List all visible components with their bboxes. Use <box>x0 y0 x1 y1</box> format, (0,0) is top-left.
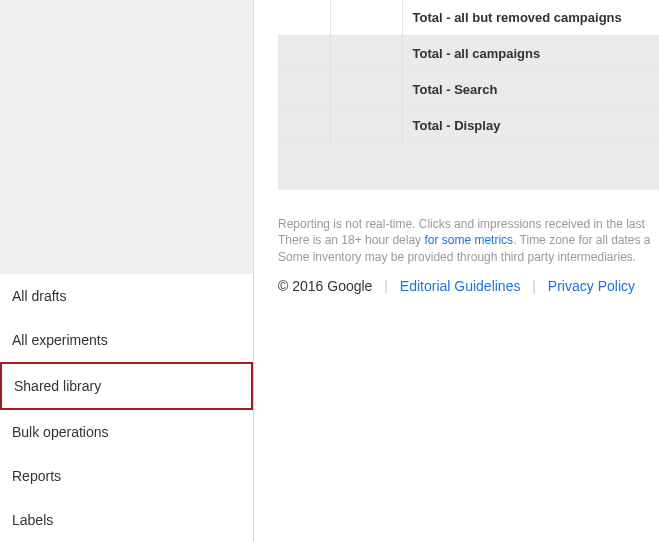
table-cell-empty <box>330 0 402 36</box>
disclaimer-link[interactable]: for some metrics <box>424 233 513 247</box>
footer: © 2016 Google | Editorial Guidelines | P… <box>278 278 659 294</box>
sidebar-item-all-drafts[interactable]: All drafts <box>0 274 253 318</box>
sidebar-item-shared-library[interactable]: Shared library <box>0 362 253 410</box>
sidebar-item-labels[interactable]: Labels <box>0 498 253 542</box>
table-row-empty <box>278 144 659 190</box>
table-row: Total - all campaigns <box>278 36 659 72</box>
table-cell-empty <box>330 72 402 108</box>
footer-link-editorial[interactable]: Editorial Guidelines <box>400 278 521 294</box>
sidebar: All drafts All experiments Shared librar… <box>0 0 254 542</box>
disclaimer-part: Some inventory may be provided through t… <box>278 250 636 264</box>
table-cell-label: Total - Search <box>402 72 659 108</box>
table-row: Total - all but removed campaigns <box>278 0 659 36</box>
sidebar-item-bulk-operations[interactable]: Bulk operations <box>0 410 253 454</box>
sidebar-nav: All drafts All experiments Shared librar… <box>0 274 253 542</box>
footer-separator: | <box>532 278 536 294</box>
table-cell-label: Total - Display <box>402 108 659 144</box>
table-cell-empty <box>330 36 402 72</box>
footer-copyright: © 2016 Google <box>278 278 372 294</box>
sidebar-item-all-experiments[interactable]: All experiments <box>0 318 253 362</box>
table-cell-empty <box>278 72 330 108</box>
app-container: All drafts All experiments Shared librar… <box>0 0 659 542</box>
table-cell-empty <box>278 36 330 72</box>
table-cell-empty <box>278 144 659 190</box>
sidebar-item-reports[interactable]: Reports <box>0 454 253 498</box>
table-cell-label: Total - all but removed campaigns <box>402 0 659 36</box>
table-cell-empty <box>278 0 330 36</box>
footer-separator: | <box>384 278 388 294</box>
table-row: Total - Display <box>278 108 659 144</box>
totals-table-wrap: Total - all but removed campaigns Total … <box>278 0 659 190</box>
disclaimer-part: . Time zone for all dates a <box>513 233 650 247</box>
table-row: Total - Search <box>278 72 659 108</box>
disclaimer-part: Reporting is not real-time. Clicks and i… <box>278 217 645 231</box>
footer-link-privacy[interactable]: Privacy Policy <box>548 278 635 294</box>
table-cell-label: Total - all campaigns <box>402 36 659 72</box>
totals-table: Total - all but removed campaigns Total … <box>278 0 659 190</box>
table-cell-empty <box>330 108 402 144</box>
table-cell-empty <box>278 108 330 144</box>
main-content: Total - all but removed campaigns Total … <box>254 0 659 542</box>
disclaimer-part: There is an 18+ hour delay <box>278 233 424 247</box>
disclaimer-text: Reporting is not real-time. Clicks and i… <box>278 216 659 266</box>
